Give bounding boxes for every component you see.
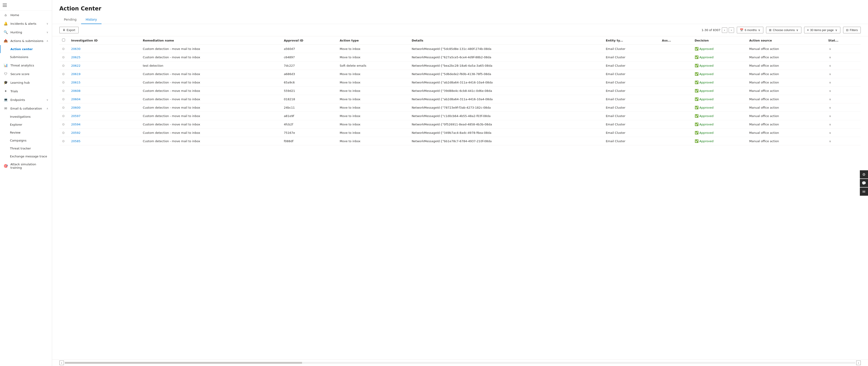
sidebar-item-submissions[interactable]: Submissions xyxy=(0,53,52,61)
row-expand-button[interactable]: ∨ xyxy=(828,114,832,118)
sidebar-item-investigations[interactable]: Investigations xyxy=(0,113,52,121)
row-decision: ✅ Approved xyxy=(692,61,747,70)
widget-button-3[interactable]: ✉ xyxy=(860,188,868,196)
select-all-checkbox[interactable] xyxy=(62,38,65,41)
sidebar-item-learning-hub[interactable]: 🎓 Learning hub xyxy=(0,78,52,87)
row-approval-id: 018218 xyxy=(281,95,337,104)
choose-columns-button[interactable]: ⊞ Choose columns ∨ xyxy=(766,27,801,33)
table-row[interactable]: ⊙ 20622 test detection 7dc227 Soft delet… xyxy=(59,61,861,70)
pagination-prev-button[interactable]: ‹ xyxy=(722,27,727,33)
row-decision: ✅ Approved xyxy=(692,53,747,61)
table-row[interactable]: ⊙ 20630 Custom detection - move mail to … xyxy=(59,45,861,53)
months-dropdown-button[interactable]: 📅 6 months ∨ xyxy=(737,27,763,33)
filters-button[interactable]: ⊟ Filters xyxy=(843,27,861,33)
table-row[interactable]: ⊙ 20608 Custom detection - move mail to … xyxy=(59,87,861,95)
row-entity-type: Email Cluster xyxy=(603,120,659,129)
row-investigation-id[interactable]: 20608 xyxy=(68,87,140,95)
row-assigned xyxy=(659,137,692,145)
sidebar-item-hunting[interactable]: 🔍 Hunting ∨ xyxy=(0,28,52,36)
row-expand-button[interactable]: ∨ xyxy=(828,131,832,135)
row-icon: ⊙ xyxy=(62,131,65,135)
row-expand-button[interactable]: ∨ xyxy=(828,106,832,110)
table-row[interactable]: ⊙ 20600 Custom detection - move mail to … xyxy=(59,104,861,112)
row-action-source: Manual office action xyxy=(747,45,826,53)
sidebar-item-home[interactable]: ⌂ Home xyxy=(0,11,52,19)
row-investigation-id[interactable]: 20592 xyxy=(68,129,140,137)
tab-pending[interactable]: Pending xyxy=(59,16,81,24)
sidebar-item-threat-tracker[interactable]: Threat tracker xyxy=(0,144,52,152)
tab-history[interactable]: History xyxy=(81,16,101,24)
row-entity-type: Email Cluster xyxy=(603,61,659,70)
row-action-source: Manual office action xyxy=(747,70,826,78)
table-row[interactable]: ⊙ 20597 Custom detection - move mail to … xyxy=(59,112,861,120)
sidebar-item-label: Action center xyxy=(10,47,48,51)
sidebar-item-threat-analytics[interactable]: 📊 Threat analytics xyxy=(0,61,52,69)
widget-button-2[interactable]: 💬 xyxy=(860,179,868,187)
row-expand-button[interactable]: ∨ xyxy=(828,47,832,51)
row-expand-button[interactable]: ∨ xyxy=(828,122,832,126)
table-row[interactable]: ⊙ 20604 Custom detection - move mail to … xyxy=(59,95,861,104)
hamburger-menu-icon[interactable] xyxy=(3,4,7,7)
scroll-right-button[interactable]: › xyxy=(856,361,861,365)
table-row[interactable]: ⊙ 20592 Custom detection - move mail to … xyxy=(59,129,861,137)
sidebar-item-label: Threat tracker xyxy=(10,147,48,150)
row-investigation-id[interactable]: 20585 xyxy=(68,137,140,145)
row-investigation-id[interactable]: 20600 xyxy=(68,104,140,112)
page-header: Action Center Pending History xyxy=(52,0,868,24)
row-approval-id: a81e9f xyxy=(281,112,337,120)
table-row[interactable]: ⊙ 20619 Custom detection - move mail to … xyxy=(59,70,861,78)
sidebar-item-action-center[interactable]: Action center xyxy=(0,45,52,53)
table-row[interactable]: ⊙ 20625 Custom detection - move mail to … xyxy=(59,53,861,61)
sidebar-item-secure-score[interactable]: 🛡 Secure score xyxy=(0,69,52,78)
select-all-header[interactable] xyxy=(59,36,68,45)
sidebar-item-endpoints[interactable]: 💻 Endpoints ∨ xyxy=(0,95,52,104)
sidebar-item-actions-submissions[interactable]: 📤 Actions & submissions ∧ xyxy=(0,36,52,45)
items-per-page-button[interactable]: ≡ 30 items per page ∨ xyxy=(804,27,840,33)
row-action-type: Move to inbox xyxy=(337,112,409,120)
export-button[interactable]: ⬇ Export xyxy=(59,27,79,33)
row-investigation-id[interactable]: 20630 xyxy=(68,45,140,53)
row-investigation-id[interactable]: 20622 xyxy=(68,61,140,70)
sidebar-item-trials[interactable]: ✦ Trials xyxy=(0,87,52,95)
sidebar-item-label: Explorer xyxy=(10,123,48,126)
row-assigned xyxy=(659,70,692,78)
widget-button-1[interactable]: ⚙ xyxy=(860,170,868,178)
row-expand-button[interactable]: ∨ xyxy=(828,89,832,93)
table-row[interactable]: ⊙ 20615 Custom detection - move mail to … xyxy=(59,78,861,87)
row-icon: ⊙ xyxy=(62,97,65,101)
col-header-action-type: Action type xyxy=(337,36,409,45)
row-expand-button[interactable]: ∨ xyxy=(828,81,832,85)
sidebar-item-exchange-trace[interactable]: Exchange message trace xyxy=(0,152,52,160)
chevron-down-icon: ∨ xyxy=(758,28,761,32)
chevron-up-icon: ∧ xyxy=(46,39,48,43)
row-investigation-id[interactable]: 20604 xyxy=(68,95,140,104)
row-icon: ⊙ xyxy=(62,122,65,126)
row-expand-button[interactable]: ∨ xyxy=(828,64,832,68)
sidebar-item-attack-sim[interactable]: 🎯 Attack simulation training xyxy=(0,160,52,172)
row-investigation-id[interactable]: 20619 xyxy=(68,70,140,78)
row-investigation-id[interactable]: 20594 xyxy=(68,120,140,129)
sidebar-item-email-collab[interactable]: ✉ Email & collaboration ∧ xyxy=(0,104,52,113)
row-investigation-id[interactable]: 20615 xyxy=(68,78,140,87)
pagination-next-button[interactable]: › xyxy=(728,27,734,33)
row-expand-button[interactable]: ∨ xyxy=(828,139,832,143)
row-expand-button[interactable]: ∨ xyxy=(828,97,832,101)
scroll-left-button[interactable]: ‹ xyxy=(59,361,64,365)
sidebar-item-label: Trials xyxy=(10,90,48,93)
sidebar-item-label: Exchange message trace xyxy=(10,154,48,158)
table-row[interactable]: ⊙ 20594 Custom detection - move mail to … xyxy=(59,120,861,129)
row-investigation-id[interactable]: 20625 xyxy=(68,53,140,61)
row-assigned xyxy=(659,53,692,61)
sidebar-item-campaigns[interactable]: Campaigns xyxy=(0,137,52,144)
col-header-remediation-name: Remediation name xyxy=(140,36,281,45)
sidebar-item-incidents[interactable]: 🔔 Incidents & alerts ∨ xyxy=(0,19,52,28)
table-row[interactable]: ⊙ 20585 Custom detection - move mail to … xyxy=(59,137,861,145)
row-expand-button[interactable]: ∨ xyxy=(828,72,832,76)
row-approval-id: 75167e xyxy=(281,129,337,137)
sidebar-item-review[interactable]: Review xyxy=(0,129,52,137)
table-header-row: Investigation ID Remediation name Approv… xyxy=(59,36,861,45)
row-investigation-id[interactable]: 20597 xyxy=(68,112,140,120)
sidebar-item-explorer[interactable]: Explorer xyxy=(0,121,52,129)
row-approval-id: 65a9c6 xyxy=(281,78,337,87)
row-expand-button[interactable]: ∨ xyxy=(828,55,832,59)
